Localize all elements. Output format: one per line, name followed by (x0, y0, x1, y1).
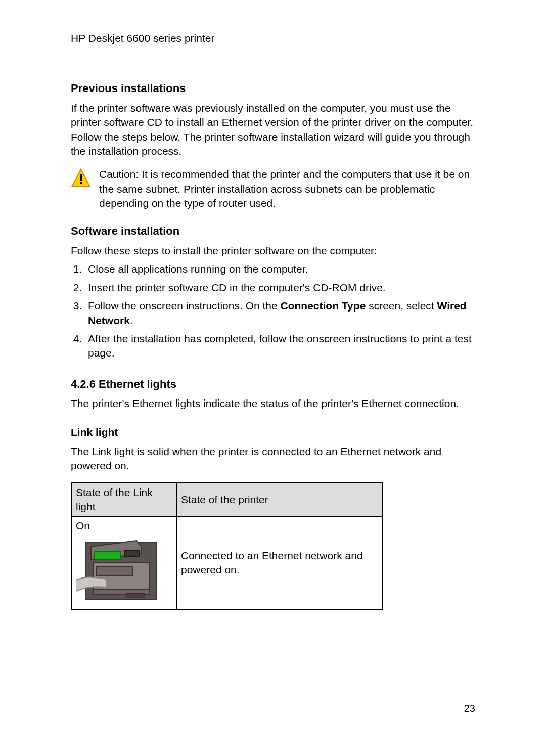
paragraph-previous-installations: If the printer software was previously i… (71, 101, 475, 158)
cell-on-label: On (76, 519, 172, 533)
link-light-table: State of the Link light State of the pri… (71, 482, 383, 610)
svg-rect-2 (80, 182, 82, 184)
step-3: Follow the onscreen instructions. On the… (85, 299, 475, 328)
caution-icon (71, 168, 91, 189)
paragraph-ethernet-lights: The printer's Ethernet lights indicate t… (71, 396, 475, 411)
svg-rect-8 (96, 567, 132, 576)
page-number: 23 (464, 702, 475, 716)
svg-rect-10 (126, 593, 145, 597)
caution-block: Caution: It is recommended that the prin… (71, 167, 475, 210)
step-1: Close all applications running on the co… (85, 262, 475, 276)
step-4: After the installation has completed, fo… (85, 332, 475, 361)
heading-ethernet-lights: 4.2.6 Ethernet lights (71, 377, 475, 392)
steps-list: Close all applications running on the co… (71, 262, 475, 360)
heading-previous-installations: Previous installations (71, 81, 475, 96)
paragraph-link-light: The Link light is solid when the printer… (71, 444, 475, 473)
caution-text: Caution: It is recommended that the prin… (99, 167, 475, 210)
svg-rect-6 (124, 551, 140, 557)
document-page: HP Deskjet 6600 series printer Previous … (0, 0, 546, 756)
table-cell-light-on: On (71, 516, 176, 609)
table-cell-printer-on: Connected to an Ethernet network and pow… (176, 516, 383, 609)
table-header-state-light: State of the Link light (71, 483, 176, 517)
paragraph-software-intro: Follow these steps to install the printe… (71, 244, 475, 258)
heading-link-light: Link light (71, 425, 475, 439)
ethernet-port-icon (76, 537, 162, 602)
step-2: Insert the printer software CD in the co… (85, 281, 475, 295)
heading-software-installation: Software installation (71, 224, 475, 239)
table-header-state-printer: State of the printer (176, 483, 383, 517)
running-header: HP Deskjet 6600 series printer (71, 31, 475, 46)
svg-rect-5 (94, 552, 120, 560)
svg-rect-1 (80, 174, 82, 181)
